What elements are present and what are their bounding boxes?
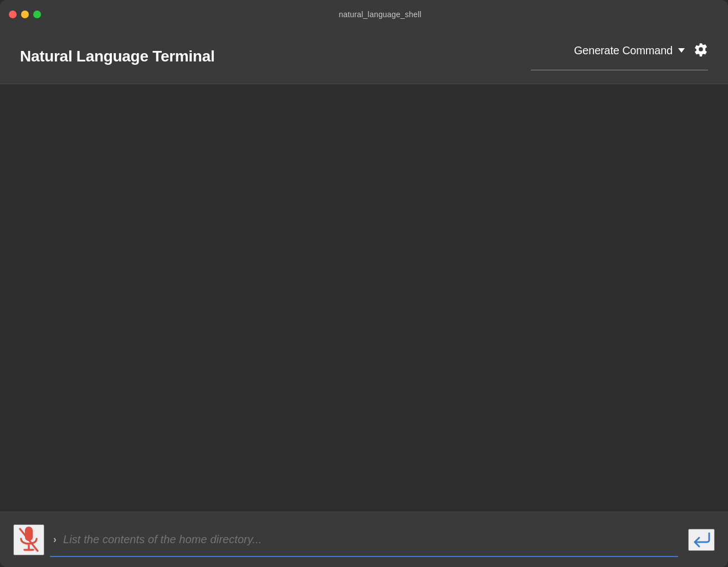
prompt-area: › (53, 533, 679, 546)
enter-icon (691, 531, 711, 549)
enter-button[interactable] (688, 529, 715, 551)
app-window: natural_language_shell Natural Language … (0, 0, 728, 567)
mic-muted-icon (16, 524, 42, 555)
input-underline (50, 556, 678, 557)
title-bar: natural_language_shell (0, 0, 728, 29)
minimize-button[interactable] (21, 11, 29, 18)
maximize-button[interactable] (33, 11, 41, 18)
header-divider (531, 70, 708, 70)
traffic-lights (9, 11, 41, 18)
window-title: natural_language_shell (41, 10, 719, 19)
chevron-down-icon (678, 48, 685, 53)
gear-icon (694, 42, 708, 56)
generate-command-button[interactable]: Generate Command (574, 44, 685, 57)
app-title: Natural Language Terminal (20, 48, 214, 65)
close-button[interactable] (9, 11, 17, 18)
settings-button[interactable] (694, 42, 708, 59)
header-controls: Generate Command (574, 42, 708, 59)
bottom-bar: › (0, 512, 728, 567)
app-header: Natural Language Terminal Generate Comma… (0, 29, 728, 84)
prompt-chevron-icon: › (53, 534, 57, 545)
prompt-input[interactable] (63, 533, 679, 546)
terminal-content (0, 84, 728, 512)
header-right: Generate Command (531, 42, 708, 70)
mic-button[interactable] (13, 524, 44, 555)
generate-command-label: Generate Command (574, 44, 673, 57)
